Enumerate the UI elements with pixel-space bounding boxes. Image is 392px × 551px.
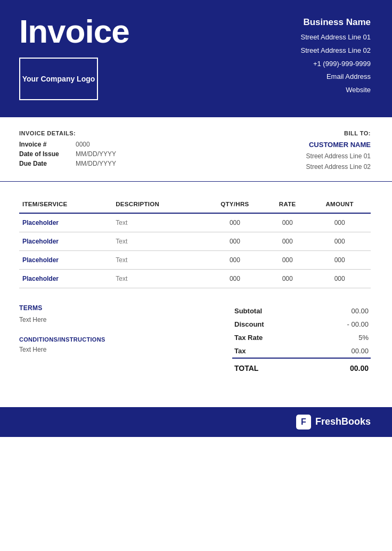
item-amount-2: 000 <box>308 250 371 269</box>
total-row: TOTAL 00.00 <box>232 358 371 375</box>
table-row: Placeholder Text 000 000 000 <box>19 269 371 288</box>
table-row: Placeholder Text 000 000 000 <box>19 213 371 232</box>
bill-address1: Street Address Line 01 <box>306 151 371 161</box>
header-right: Business Name Street Address Line 01 Str… <box>300 17 371 96</box>
details-left: INVOICE DETAILS: Invoice # 0000 Date of … <box>19 130 116 173</box>
table-row: Placeholder Text 000 000 000 <box>19 250 371 269</box>
discount-value: - 00.00 <box>311 318 371 331</box>
discount-label: Discount <box>232 318 311 331</box>
business-address2: Street Address Line 02 <box>300 45 371 56</box>
conditions-label: CONDITIONS/INSTRUCTIONS <box>19 336 179 343</box>
item-name-3: Placeholder <box>19 269 112 288</box>
logo-text: Your Company Logo <box>22 74 95 84</box>
freshbooks-icon-letter: F <box>301 417 306 427</box>
col-amount: AMOUNT <box>308 197 371 213</box>
freshbooks-icon: F <box>296 415 311 430</box>
header-left: Invoice Your Company Logo <box>19 15 129 100</box>
footer: F FreshBooks <box>0 407 392 437</box>
taxrate-value: 5% <box>311 331 371 344</box>
item-desc-3: Text <box>112 269 203 288</box>
due-date-val: MM/DD/YYYY <box>76 160 116 167</box>
item-qty-3: 000 <box>203 269 266 288</box>
table-header-row: ITEM/SERVICE DESCRIPTION QTY/HRS RATE AM… <box>19 197 371 213</box>
logo-box: Your Company Logo <box>19 58 98 100</box>
freshbooks-brand: FreshBooks <box>315 416 371 427</box>
col-qty: QTY/HRS <box>203 197 266 213</box>
date-issue-val: MM/DD/YYYY <box>76 150 116 158</box>
subtotal-value: 00.00 <box>311 304 371 318</box>
item-qty-0: 000 <box>203 213 266 232</box>
table-row: Placeholder Text 000 000 000 <box>19 232 371 250</box>
item-qty-1: 000 <box>203 232 266 250</box>
item-desc-2: Text <box>112 250 203 269</box>
terms-label: TERMS <box>19 304 179 312</box>
item-name-2: Placeholder <box>19 250 112 269</box>
header: Invoice Your Company Logo Business Name … <box>0 0 392 117</box>
business-website: Website <box>300 85 371 96</box>
freshbooks-logo: F FreshBooks <box>296 415 371 430</box>
items-table: ITEM/SERVICE DESCRIPTION QTY/HRS RATE AM… <box>19 197 371 288</box>
col-item: ITEM/SERVICE <box>19 197 112 213</box>
item-rate-2: 000 <box>266 250 308 269</box>
bill-address2: Street Address Line 02 <box>306 161 371 172</box>
subtotal-row: Subtotal 00.00 <box>232 304 371 318</box>
item-rate-0: 000 <box>266 213 308 232</box>
business-address1: Street Address Line 01 <box>300 32 371 43</box>
taxrate-row: Tax Rate 5% <box>232 331 371 344</box>
invoice-number-key: Invoice # <box>19 141 67 148</box>
item-desc-0: Text <box>112 213 203 232</box>
business-name: Business Name <box>300 17 371 28</box>
bill-to-label: BILL TO: <box>306 130 371 136</box>
col-desc: DESCRIPTION <box>112 197 203 213</box>
invoice-number-row: Invoice # 0000 <box>19 141 116 148</box>
item-amount-3: 000 <box>308 269 371 288</box>
details-right: BILL TO: CUSTOMER NAME Street Address Li… <box>306 130 371 173</box>
customer-name: CUSTOMER NAME <box>306 141 371 149</box>
discount-row: Discount - 00.00 <box>232 318 371 331</box>
table-section: ITEM/SERVICE DESCRIPTION QTY/HRS RATE AM… <box>0 182 392 288</box>
item-desc-1: Text <box>112 232 203 250</box>
bottom-section: TERMS Text Here CONDITIONS/INSTRUCTIONS … <box>0 294 392 386</box>
tax-label: Tax <box>232 344 311 358</box>
item-name-1: Placeholder <box>19 232 112 250</box>
totals-table: Subtotal 00.00 Discount - 00.00 Tax Rate… <box>232 304 371 375</box>
tax-value: 00.00 <box>311 344 371 358</box>
invoice-number-val: 0000 <box>76 141 90 148</box>
business-email: Email Address <box>300 71 371 83</box>
item-rate-1: 000 <box>266 232 308 250</box>
item-amount-1: 000 <box>308 232 371 250</box>
invoice-details-section: INVOICE DETAILS: Invoice # 0000 Date of … <box>0 117 392 182</box>
due-date-row: Due Date MM/DD/YYYY <box>19 160 116 167</box>
col-rate: RATE <box>266 197 308 213</box>
invoice-details-label: INVOICE DETAILS: <box>19 130 116 136</box>
terms-text: Text Here <box>19 316 179 323</box>
totals-right: Subtotal 00.00 Discount - 00.00 Tax Rate… <box>232 304 371 375</box>
terms-left: TERMS Text Here CONDITIONS/INSTRUCTIONS … <box>19 304 179 375</box>
invoice-title: Invoice <box>19 15 129 48</box>
item-qty-2: 000 <box>203 250 266 269</box>
business-phone: +1 (999)-999-9999 <box>300 59 371 70</box>
conditions-text: Text Here <box>19 346 179 353</box>
due-date-key: Due Date <box>19 160 67 167</box>
subtotal-label: Subtotal <box>232 304 311 318</box>
tax-row: Tax 00.00 <box>232 344 371 358</box>
date-issue-key: Date of Issue <box>19 150 67 158</box>
total-value: 00.00 <box>311 358 371 375</box>
date-issue-row: Date of Issue MM/DD/YYYY <box>19 150 116 158</box>
item-name-0: Placeholder <box>19 213 112 232</box>
item-rate-3: 000 <box>266 269 308 288</box>
item-amount-0: 000 <box>308 213 371 232</box>
taxrate-label: Tax Rate <box>232 331 311 344</box>
total-label: TOTAL <box>232 358 311 375</box>
